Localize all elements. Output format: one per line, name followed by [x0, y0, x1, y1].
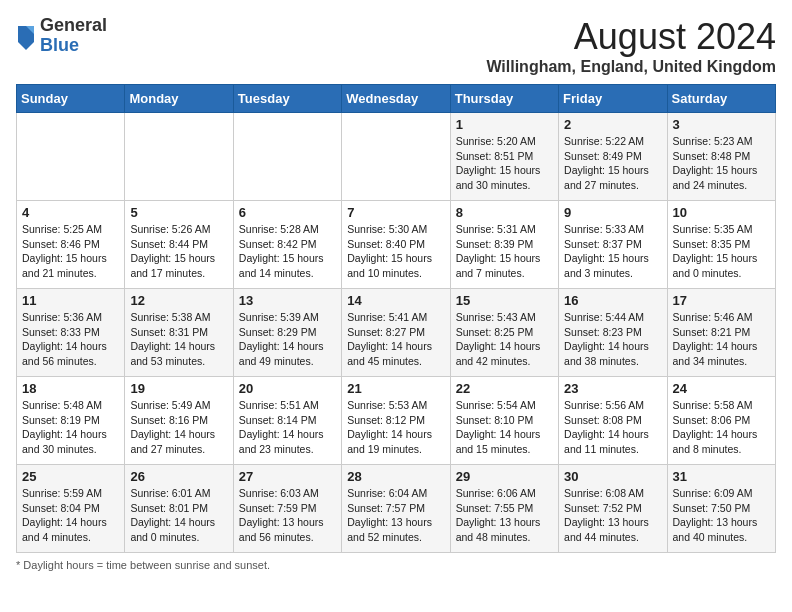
day-number: 2: [564, 117, 661, 132]
month-title: August 2024: [486, 16, 776, 58]
day-info: Sunrise: 5:25 AM Sunset: 8:46 PM Dayligh…: [22, 222, 119, 281]
sunrise: Sunrise: 5:46 AM: [673, 311, 753, 323]
day-info: Sunrise: 6:01 AM Sunset: 8:01 PM Dayligh…: [130, 486, 227, 545]
daylight: Daylight: 15 hours and 17 minutes.: [130, 252, 215, 279]
sunrise: Sunrise: 5:28 AM: [239, 223, 319, 235]
sunrise: Sunrise: 5:25 AM: [22, 223, 102, 235]
sunset: Sunset: 7:59 PM: [239, 502, 317, 514]
sunset: Sunset: 8:21 PM: [673, 326, 751, 338]
table-row: 27 Sunrise: 6:03 AM Sunset: 7:59 PM Dayl…: [233, 465, 341, 553]
table-row: 31 Sunrise: 6:09 AM Sunset: 7:50 PM Dayl…: [667, 465, 775, 553]
daylight: Daylight: 13 hours and 56 minutes.: [239, 516, 324, 543]
header-friday: Friday: [559, 85, 667, 113]
day-info: Sunrise: 5:20 AM Sunset: 8:51 PM Dayligh…: [456, 134, 553, 193]
day-info: Sunrise: 5:48 AM Sunset: 8:19 PM Dayligh…: [22, 398, 119, 457]
sunset: Sunset: 8:27 PM: [347, 326, 425, 338]
sunset: Sunset: 8:49 PM: [564, 150, 642, 162]
daylight: Daylight: 14 hours and 4 minutes.: [22, 516, 107, 543]
daylight: Daylight: 14 hours and 38 minutes.: [564, 340, 649, 367]
day-info: Sunrise: 5:43 AM Sunset: 8:25 PM Dayligh…: [456, 310, 553, 369]
table-row: 8 Sunrise: 5:31 AM Sunset: 8:39 PM Dayli…: [450, 201, 558, 289]
table-row: 11 Sunrise: 5:36 AM Sunset: 8:33 PM Dayl…: [17, 289, 125, 377]
day-info: Sunrise: 6:06 AM Sunset: 7:55 PM Dayligh…: [456, 486, 553, 545]
day-number: 26: [130, 469, 227, 484]
table-row: [233, 113, 341, 201]
day-number: 20: [239, 381, 336, 396]
day-number: 17: [673, 293, 770, 308]
day-info: Sunrise: 5:51 AM Sunset: 8:14 PM Dayligh…: [239, 398, 336, 457]
day-info: Sunrise: 5:53 AM Sunset: 8:12 PM Dayligh…: [347, 398, 444, 457]
day-info: Sunrise: 5:30 AM Sunset: 8:40 PM Dayligh…: [347, 222, 444, 281]
daylight: Daylight: 15 hours and 30 minutes.: [456, 164, 541, 191]
day-info: Sunrise: 6:08 AM Sunset: 7:52 PM Dayligh…: [564, 486, 661, 545]
sunset: Sunset: 8:16 PM: [130, 414, 208, 426]
sunset: Sunset: 8:33 PM: [22, 326, 100, 338]
sunrise: Sunrise: 5:49 AM: [130, 399, 210, 411]
sunrise: Sunrise: 5:39 AM: [239, 311, 319, 323]
sunset: Sunset: 8:40 PM: [347, 238, 425, 250]
table-row: 4 Sunrise: 5:25 AM Sunset: 8:46 PM Dayli…: [17, 201, 125, 289]
table-row: 23 Sunrise: 5:56 AM Sunset: 8:08 PM Dayl…: [559, 377, 667, 465]
day-number: 10: [673, 205, 770, 220]
day-number: 6: [239, 205, 336, 220]
sunset: Sunset: 7:55 PM: [456, 502, 534, 514]
sunset: Sunset: 8:37 PM: [564, 238, 642, 250]
sunset: Sunset: 8:29 PM: [239, 326, 317, 338]
sunrise: Sunrise: 5:44 AM: [564, 311, 644, 323]
day-info: Sunrise: 5:33 AM Sunset: 8:37 PM Dayligh…: [564, 222, 661, 281]
daylight: Daylight: 14 hours and 30 minutes.: [22, 428, 107, 455]
sunrise: Sunrise: 6:03 AM: [239, 487, 319, 499]
day-number: 18: [22, 381, 119, 396]
sunrise: Sunrise: 5:43 AM: [456, 311, 536, 323]
table-row: 3 Sunrise: 5:23 AM Sunset: 8:48 PM Dayli…: [667, 113, 775, 201]
sunrise: Sunrise: 5:20 AM: [456, 135, 536, 147]
day-number: 16: [564, 293, 661, 308]
calendar-header: Sunday Monday Tuesday Wednesday Thursday…: [17, 85, 776, 113]
table-row: 24 Sunrise: 5:58 AM Sunset: 8:06 PM Dayl…: [667, 377, 775, 465]
table-row: 10 Sunrise: 5:35 AM Sunset: 8:35 PM Dayl…: [667, 201, 775, 289]
sunrise: Sunrise: 5:33 AM: [564, 223, 644, 235]
daylight: Daylight: 14 hours and 53 minutes.: [130, 340, 215, 367]
day-number: 14: [347, 293, 444, 308]
sunrise: Sunrise: 6:01 AM: [130, 487, 210, 499]
daylight: Daylight: 14 hours and 42 minutes.: [456, 340, 541, 367]
header-monday: Monday: [125, 85, 233, 113]
daylight: Daylight: 14 hours and 15 minutes.: [456, 428, 541, 455]
sunset: Sunset: 8:25 PM: [456, 326, 534, 338]
sunrise: Sunrise: 5:59 AM: [22, 487, 102, 499]
sunrise: Sunrise: 6:04 AM: [347, 487, 427, 499]
sunrise: Sunrise: 5:38 AM: [130, 311, 210, 323]
daylight: Daylight: 15 hours and 3 minutes.: [564, 252, 649, 279]
day-info: Sunrise: 5:28 AM Sunset: 8:42 PM Dayligh…: [239, 222, 336, 281]
day-info: Sunrise: 5:49 AM Sunset: 8:16 PM Dayligh…: [130, 398, 227, 457]
table-row: 1 Sunrise: 5:20 AM Sunset: 8:51 PM Dayli…: [450, 113, 558, 201]
sunset: Sunset: 8:01 PM: [130, 502, 208, 514]
day-info: Sunrise: 5:44 AM Sunset: 8:23 PM Dayligh…: [564, 310, 661, 369]
sunset: Sunset: 8:12 PM: [347, 414, 425, 426]
daylight: Daylight: 15 hours and 14 minutes.: [239, 252, 324, 279]
sunrise: Sunrise: 5:35 AM: [673, 223, 753, 235]
table-row: [125, 113, 233, 201]
table-row: 6 Sunrise: 5:28 AM Sunset: 8:42 PM Dayli…: [233, 201, 341, 289]
sunset: Sunset: 7:52 PM: [564, 502, 642, 514]
sunset: Sunset: 8:39 PM: [456, 238, 534, 250]
day-number: 11: [22, 293, 119, 308]
daylight: Daylight: 13 hours and 44 minutes.: [564, 516, 649, 543]
sunset: Sunset: 8:10 PM: [456, 414, 534, 426]
day-number: 12: [130, 293, 227, 308]
calendar-table: Sunday Monday Tuesday Wednesday Thursday…: [16, 84, 776, 553]
day-number: 25: [22, 469, 119, 484]
sunrise: Sunrise: 5:58 AM: [673, 399, 753, 411]
daylight: Daylight: 14 hours and 0 minutes.: [130, 516, 215, 543]
sunrise: Sunrise: 5:22 AM: [564, 135, 644, 147]
sunset: Sunset: 8:06 PM: [673, 414, 751, 426]
day-number: 3: [673, 117, 770, 132]
sunrise: Sunrise: 5:41 AM: [347, 311, 427, 323]
daylight: Daylight: 13 hours and 52 minutes.: [347, 516, 432, 543]
daylight: Daylight: 15 hours and 24 minutes.: [673, 164, 758, 191]
table-row: 22 Sunrise: 5:54 AM Sunset: 8:10 PM Dayl…: [450, 377, 558, 465]
day-number: 22: [456, 381, 553, 396]
day-info: Sunrise: 5:56 AM Sunset: 8:08 PM Dayligh…: [564, 398, 661, 457]
day-info: Sunrise: 5:58 AM Sunset: 8:06 PM Dayligh…: [673, 398, 770, 457]
header-wednesday: Wednesday: [342, 85, 450, 113]
